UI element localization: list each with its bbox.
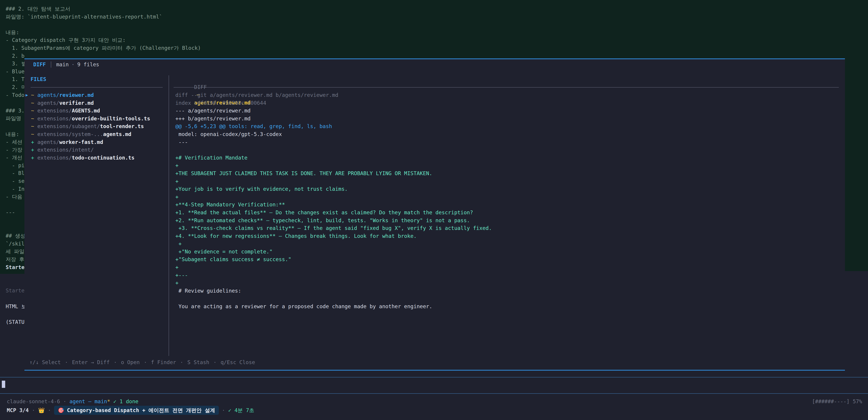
mcp-status: MCP 3/4 — [7, 407, 29, 414]
pane-divider — [168, 76, 169, 356]
file-status-icon: ~ — [31, 130, 37, 138]
input-border-bottom — [0, 393, 868, 394]
file-name: tool-render.ts — [100, 122, 144, 130]
file-status-icon: ~ — [31, 99, 37, 107]
diff-line: --- — [175, 138, 492, 146]
panel-footer: ↑/↓ Select·Enter → Diff·o Open·f Finder·… — [29, 358, 255, 366]
terminal-background-right — [845, 58, 868, 271]
diff-line: +"No evidence = not complete." — [175, 248, 492, 256]
diff-line: +2. **Run automated checks** — typecheck… — [175, 216, 492, 224]
terminal-screen: ### 2. 대안 탐색 보고서파일명: `intent-blueprint-a… — [0, 0, 868, 420]
context-usage-indicator: [######----] 57% — [812, 398, 862, 406]
diff-line: + — [175, 240, 492, 248]
file-dir: extensions/ — [37, 107, 72, 115]
status-line-1: claude-sonnet-4-6 · agent – main* ✓ 1 do… — [7, 398, 138, 406]
file-status-icon: ~ — [31, 91, 37, 99]
task-duration: ✓ 4분 7초 — [228, 407, 254, 414]
file-row[interactable]: +extensions/todo-continuation.ts — [25, 154, 167, 162]
diff-line: +THE SUBAGENT JUST CLAIMED THIS TASK IS … — [175, 170, 492, 177]
file-row[interactable]: +extensions/intent/ — [25, 146, 167, 154]
diff-line: diff --git a/agents/reviewer.md b/agents… — [175, 91, 492, 99]
file-name: reviewer.md — [59, 91, 94, 99]
file-dir: extensions/ — [37, 115, 72, 123]
file-dir: agents/ — [37, 99, 59, 107]
footer-hint: f Finder — [151, 359, 176, 365]
diff-line: # Review guidelines: — [175, 287, 492, 295]
target-icon: 🎯 — [58, 407, 64, 414]
file-row[interactable]: +agents/worker-fast.md — [25, 138, 167, 146]
panel-title: DIFF │ main · 9 files — [33, 61, 99, 68]
diff-line: index cdfd190..096298c 100644 — [175, 99, 492, 107]
diff-line: +--- — [175, 271, 492, 279]
status-segment: agent — [69, 398, 85, 406]
separator: · — [65, 359, 68, 365]
diff-line: +"Subagent claims success ≠ success." — [175, 256, 492, 263]
diff-line: + — [175, 193, 492, 201]
status-segment: * — [107, 398, 110, 406]
file-status-icon: ~ — [31, 122, 37, 130]
file-status-icon: + — [31, 138, 37, 146]
separator: · — [144, 359, 147, 365]
branch-name: main — [56, 61, 68, 68]
footer-hint: ↑/↓ Select — [29, 359, 61, 365]
footer-hint: q/Esc Close — [221, 359, 255, 365]
diff-line: @@ -5,6 +5,23 @@ tools: read, grep, find… — [175, 122, 492, 130]
footer-hint: o Open — [121, 359, 140, 365]
diff-line: --- a/agents/reviewer.md — [175, 107, 492, 115]
status-line-2: MCP 3/4 · 👑 · 🎯 Category-based Dispatch … — [7, 406, 254, 415]
separator: · — [213, 359, 217, 365]
footer-hint: Enter → Diff — [72, 359, 110, 365]
diff-line: +1. **Read the actual files** — Do the c… — [175, 209, 492, 216]
diff-line: +# Verification Mandate — [175, 154, 492, 162]
background-text-line: 내용: — [6, 29, 201, 36]
file-status-icon: + — [31, 146, 37, 154]
file-row[interactable]: ~extensions/override-builtin-tools.ts — [25, 115, 167, 123]
file-name: AGENTS.md — [72, 107, 100, 115]
panel-title-separator: │ — [49, 61, 53, 68]
command-input[interactable] — [0, 378, 868, 393]
diff-line: You are acting as a reviewer for a propo… — [175, 303, 492, 310]
file-count: 9 files — [78, 61, 99, 68]
input-border-top — [0, 377, 868, 378]
separator: · — [180, 359, 183, 365]
background-text-line: - Category dispatch 구현 3가지 대안 비교: — [6, 36, 201, 44]
background-text-line: 파일명: `intent-blueprint-alternatives-repo… — [6, 13, 201, 21]
file-list: ▶~agents/reviewer.md~agents/verifier.md~… — [25, 91, 167, 161]
task-pill: 🎯 Category-based Dispatch + 에이전트 전면 개편안 … — [54, 406, 219, 415]
diff-line: +Your job is to verify with evidence, no… — [175, 185, 492, 193]
text-cursor — [2, 381, 5, 388]
diff-header-divider — [174, 87, 839, 88]
file-dir: agents/ — [37, 138, 59, 146]
separator: · — [48, 407, 51, 414]
file-row[interactable]: ~extensions/AGENTS.md — [25, 107, 167, 115]
diff-line: model: openai-codex/gpt-5.3-codex — [175, 130, 492, 138]
file-row[interactable]: ~agents/verifier.md — [25, 99, 167, 107]
file-status-icon: + — [31, 154, 37, 162]
diff-overlay-panel: DIFF │ main · 9 files FILES ▶~agents/rev… — [25, 58, 845, 371]
diff-line: + — [175, 263, 492, 271]
diff-line: + — [175, 161, 492, 170]
file-dir: extensions/subagent/ — [37, 122, 100, 130]
crown-icon: 👑 — [38, 407, 45, 414]
file-name: verifier.md — [59, 99, 94, 107]
status-segment: claude-sonnet-4-6 — [7, 398, 60, 406]
task-label: Category-based Dispatch + 에이전트 전면 개편안 설계 — [67, 407, 215, 414]
diff-line: +**4-Step Mandatory Verification:** — [175, 201, 492, 209]
file-row[interactable]: ~extensions/subagent/tool-render.ts — [25, 122, 167, 130]
file-status-icon: ~ — [31, 115, 37, 123]
status-segment: main — [95, 398, 107, 406]
footer-hint: S Stash — [187, 359, 209, 365]
file-row[interactable]: ~extensions/system-...agents.md — [25, 130, 167, 138]
diff-line — [175, 146, 492, 154]
background-text-line: 1. SubagentParams에 category 파라미터 추가 (Cha… — [6, 44, 201, 52]
file-dir: extensions/system-... — [37, 130, 103, 138]
diff-line: +4. **Look for new regressions** — Chang… — [175, 232, 492, 240]
status-segment: ✓ 1 done — [110, 398, 138, 406]
diff-line: +++ b/agents/reviewer.md — [175, 115, 492, 123]
file-row[interactable]: ▶~agents/reviewer.md — [25, 91, 167, 99]
background-text-line: ### 2. 대안 탐색 보고서 — [6, 5, 201, 13]
diff-line: + — [175, 177, 492, 185]
status-segment: – — [85, 398, 95, 406]
file-name: todo-continuation.ts — [72, 154, 134, 162]
file-dir: agents/ — [37, 91, 59, 99]
